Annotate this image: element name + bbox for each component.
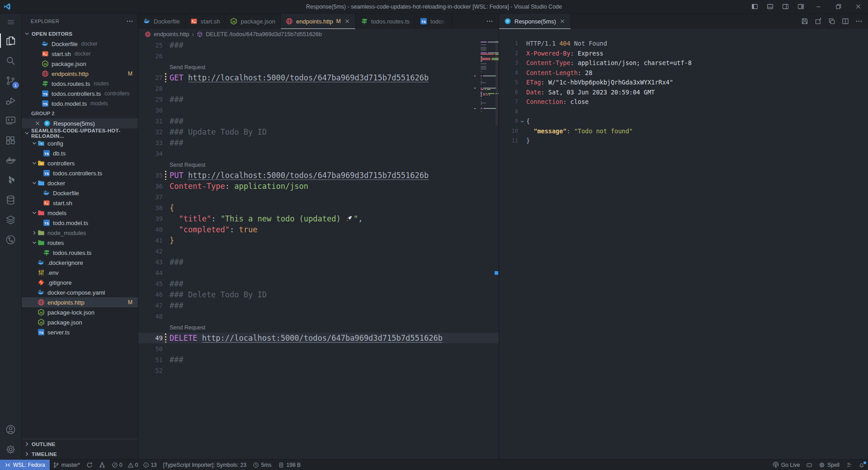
tab-endpoints.http[interactable]: endpoints.httpM (281, 14, 356, 29)
open-editor-Response(5ms)[interactable]: Response(5ms) (22, 118, 138, 128)
close-editor-icon[interactable] (34, 120, 41, 127)
overview-ruler[interactable] (494, 40, 499, 459)
open-editor-todo.model.ts[interactable]: TStodo.model.tsmodels (22, 99, 138, 108)
codelens-send-request[interactable]: Send Request (138, 159, 499, 170)
minimize-button[interactable] (808, 0, 828, 13)
tree-item-.env[interactable]: .env (22, 268, 138, 277)
response-size-status[interactable]: 198 B (275, 460, 304, 470)
sidebar-item-docker[interactable] (0, 150, 21, 170)
split-editor-icon[interactable] (842, 18, 849, 25)
explorer-more-actions-icon[interactable] (126, 18, 133, 25)
tab-todos[interactable]: TStodos (415, 14, 452, 29)
request-url-link[interactable]: http://localhost:5000/todos/647ba969d3d7… (188, 73, 429, 82)
sidebar-item-search[interactable] (0, 51, 21, 70)
more-actions-icon[interactable] (855, 18, 863, 25)
project-section-header[interactable]: SEAMLESS-CODE-UPDATES-HOT-RELOADIN... (22, 128, 138, 138)
open-editor-todos.controllers.ts[interactable]: TStodos.controllers.tscontrollers (22, 89, 138, 99)
open-editor-start.sh[interactable]: start.shdocker (22, 49, 138, 59)
git-branch-status[interactable]: master* (50, 460, 83, 470)
tree-item-todos.routes.ts[interactable]: todos.routes.ts (22, 248, 138, 258)
request-url-link[interactable]: http://localhost:5000/todos/647ba969d3d7… (188, 171, 429, 180)
close-window-button[interactable] (848, 0, 868, 13)
problems-status[interactable]: 0 0 13 (108, 460, 160, 470)
account-icon[interactable] (0, 419, 21, 439)
toggle-secondary-sidebar-icon[interactable] (778, 0, 793, 13)
tree-item-server.ts[interactable]: TSserver.ts (22, 327, 138, 337)
code-editor[interactable]: 25###26Send Request27GET http://localhos… (138, 40, 499, 459)
breadcrumb[interactable]: endpoints.http › DELETE /todos/647ba969d… (138, 29, 499, 40)
tree-item-docker-compose.yaml[interactable]: docker-compose.yaml (22, 287, 138, 297)
tab-start.sh[interactable]: start.sh (185, 14, 226, 29)
breadcrumb-file[interactable]: endpoints.http (154, 31, 189, 38)
tree-item-todo.model.ts[interactable]: TStodo.model.ts (22, 218, 138, 228)
settings-gear-icon[interactable] (0, 439, 21, 459)
line-number: 44 (138, 268, 163, 278)
tree-item-config[interactable]: config (22, 138, 138, 148)
file-label: endpoints.http (52, 70, 89, 77)
customize-layout-icon[interactable] (793, 0, 808, 13)
response-viewer[interactable]: 1HTTP/1.1 404 Not Found2X-Powered-By: Ex… (499, 29, 868, 459)
copy-response-icon[interactable] (828, 18, 835, 25)
git-extension-status[interactable] (96, 460, 108, 470)
breadcrumb-symbol[interactable]: DELETE /todos/647ba969d3d715b7d551626b (206, 31, 321, 38)
sidebar-item-git-graph[interactable] (0, 230, 21, 249)
tab-todos.routes.ts[interactable]: todos.routes.ts (356, 14, 415, 29)
codelens-send-request[interactable]: Send Request (138, 61, 499, 72)
menu-icon[interactable] (0, 14, 21, 31)
sidebar-item-terraform[interactable] (0, 170, 21, 190)
feedback-button[interactable] (843, 460, 855, 470)
tree-item-docker[interactable]: docker (22, 178, 138, 188)
open-editor-package.json[interactable]: JSpackage.json (22, 59, 138, 69)
tree-item-Dockerfile[interactable]: Dockerfile (22, 188, 138, 198)
request-url-link[interactable]: http://localhost:5000/todos/647ba969d3d7… (202, 334, 443, 343)
routes-file-icon (42, 80, 49, 87)
tree-item-todos.controllers.ts[interactable]: TStodos.controllers.ts (22, 168, 138, 178)
save-response-icon[interactable] (801, 18, 808, 25)
spell-checker-button[interactable]: Spell (816, 460, 843, 470)
sidebar-item-remote-explorer[interactable] (0, 110, 21, 130)
save-response-body-icon[interactable] (815, 18, 822, 25)
notifications-bell[interactable] (855, 460, 868, 470)
tree-item-node_modules[interactable]: node_modules (22, 228, 138, 238)
outline-section[interactable]: OUTLINE (22, 439, 138, 449)
tree-item-package-lock.json[interactable]: JSpackage-lock.json (22, 307, 138, 317)
response-time-status[interactable]: 5ms (250, 460, 275, 470)
tree-item-db.ts[interactable]: TSdb.ts (22, 148, 138, 158)
toggle-primary-sidebar-icon[interactable] (747, 0, 762, 13)
tree-item-.gitignore[interactable]: .gitignore (22, 277, 138, 287)
sync-status[interactable] (83, 460, 96, 470)
tree-item-models[interactable]: models (22, 208, 138, 218)
vs-browser-button[interactable] (803, 460, 816, 470)
tree-item-package.json[interactable]: JSpackage.json (22, 317, 138, 327)
sidebar-item-explorer[interactable] (0, 31, 21, 51)
ts-importer-status[interactable]: [TypeScript Importer]: Symbols: 23 (160, 460, 250, 470)
open-editor-endpoints.http[interactable]: endpoints.httpM (22, 69, 138, 79)
sidebar-item-run-debug[interactable] (0, 90, 21, 110)
tree-item-start.sh[interactable]: start.sh (22, 198, 138, 208)
tab-response[interactable]: Response(5ms) (499, 14, 571, 29)
close-tab-icon[interactable] (344, 18, 350, 24)
restore-button[interactable] (828, 0, 848, 13)
open-editor-Dockerfile[interactable]: Dockerfiledocker (22, 39, 138, 49)
open-editor-todos.routes.ts[interactable]: todos.routes.tsroutes (22, 79, 138, 89)
editor-more-actions-icon[interactable] (486, 18, 493, 25)
go-live-button[interactable]: Go Live (769, 460, 803, 470)
tab-package.json[interactable]: JSpackage.json (225, 14, 281, 29)
codelens-send-request[interactable]: Send Request (138, 322, 499, 333)
tree-item-controllers[interactable]: controllers (22, 158, 138, 168)
timeline-section[interactable]: TIMELINE (22, 449, 138, 459)
tree-item-routes[interactable]: routes (22, 238, 138, 248)
open-editors-header[interactable]: OPEN EDITORS (22, 29, 138, 39)
tab-Dockerfile[interactable]: Dockerfile (138, 14, 185, 29)
tree-item-.dockerignore[interactable]: .dockerignore (22, 258, 138, 268)
sidebar-item-database[interactable] (0, 190, 21, 210)
tree-item-endpoints.http[interactable]: endpoints.httpM (22, 297, 138, 307)
sidebar-item-layers[interactable] (0, 210, 21, 230)
fold-chevron-icon[interactable] (518, 117, 526, 127)
minimap[interactable] (473, 40, 494, 299)
sidebar-item-source-control[interactable]: 1 (0, 70, 21, 90)
sidebar-item-extensions[interactable] (0, 130, 21, 150)
toggle-panel-icon[interactable] (762, 0, 778, 13)
close-tab-icon[interactable] (559, 18, 566, 24)
remote-indicator[interactable]: WSL: Fedora (0, 460, 50, 470)
